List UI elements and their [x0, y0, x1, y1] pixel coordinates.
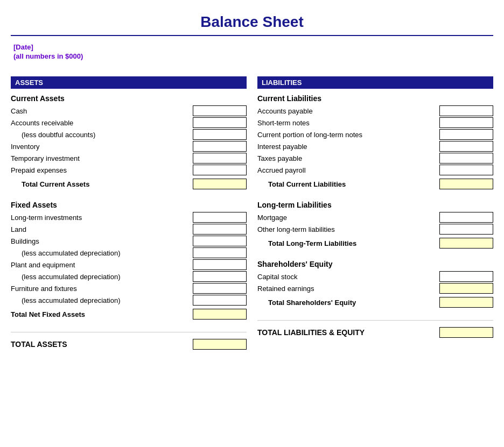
taxes-payable-input[interactable]	[439, 153, 493, 164]
land-line: Land	[11, 223, 247, 235]
total-shareholders-equity-label: Total Shareholders' Equity	[257, 299, 439, 307]
furniture-depreciation-label: (less accumulated depreciation)	[11, 296, 193, 304]
current-assets-title: Current Assets	[11, 94, 247, 103]
total-liabilities-equity-line: TOTAL LIABILITIES & EQUITY	[257, 326, 493, 339]
date-field: [Date]	[11, 40, 493, 52]
furniture-fixtures-label: Furniture and fixtures	[11, 285, 193, 293]
long-term-investments-line: Long-term investments	[11, 211, 247, 223]
total-current-liabilities-line: Total Current Liabilities	[257, 177, 493, 191]
taxes-payable-label: Taxes payable	[257, 154, 439, 162]
doubtful-accounts-line: (less doubtful accounts)	[11, 129, 247, 140]
buildings-line: Buildings	[11, 235, 247, 247]
current-portion-line: Current portion of long-term notes	[257, 129, 493, 140]
furniture-depreciation-input[interactable]	[193, 295, 247, 306]
temp-investment-input[interactable]	[193, 153, 247, 164]
prepaid-expenses-input[interactable]	[193, 165, 247, 175]
plant-equipment-line: Plant and equipment	[11, 259, 247, 271]
buildings-depreciation-line: (less accumulated depreciation)	[11, 247, 247, 259]
total-current-liabilities-input[interactable]	[439, 179, 493, 189]
shareholders-equity-title: Shareholders' Equity	[257, 260, 493, 268]
short-term-notes-input[interactable]	[439, 117, 493, 128]
buildings-depreciation-label: (less accumulated depreciation)	[11, 249, 193, 257]
other-long-term-label: Other long-term liabilities	[257, 225, 439, 233]
mortgage-input[interactable]	[439, 212, 493, 223]
interest-payable-line: Interest payable	[257, 140, 493, 152]
plant-depreciation-line: (less accumulated depreciation)	[11, 271, 247, 282]
retained-earnings-input[interactable]	[439, 283, 493, 294]
doubtful-accounts-input[interactable]	[193, 129, 247, 140]
furniture-fixtures-input[interactable]	[193, 283, 247, 294]
liabilities-column: LIABILITIES Current Liabilities Accounts…	[257, 76, 493, 351]
liabilities-header: LIABILITIES	[257, 76, 493, 89]
long-term-investments-input[interactable]	[193, 212, 247, 223]
accounts-receivable-input[interactable]	[193, 117, 247, 128]
total-fixed-assets-label: Total Net Fixed Assets	[11, 310, 193, 318]
current-portion-label: Current portion of long-term notes	[257, 131, 439, 139]
accrued-payroll-line: Accrued payroll	[257, 164, 493, 176]
fixed-assets-title: Fixed Assets	[11, 201, 247, 209]
total-fixed-assets-input[interactable]	[193, 309, 247, 320]
temp-investment-label: Temporary investment	[11, 154, 193, 162]
accounts-payable-input[interactable]	[439, 105, 493, 116]
total-assets-line: TOTAL ASSETS	[11, 338, 247, 351]
total-current-assets-input[interactable]	[193, 179, 247, 189]
total-current-assets-label: Total Current Assets	[11, 180, 193, 188]
buildings-input[interactable]	[193, 236, 247, 246]
inventory-input[interactable]	[193, 141, 247, 152]
total-current-liabilities-label: Total Current Liabilities	[257, 180, 439, 188]
doubtful-accounts-label: (less doubtful accounts)	[11, 131, 193, 139]
short-term-notes-label: Short-term notes	[257, 119, 439, 127]
accounts-payable-label: Accounts payable	[257, 107, 439, 115]
temp-investment-line: Temporary investment	[11, 152, 247, 164]
other-long-term-line: Other long-term liabilities	[257, 223, 493, 235]
total-long-term-line: Total Long-Term Liabilities	[257, 236, 493, 250]
page-title: Balance Sheet	[11, 5, 493, 36]
buildings-depreciation-input[interactable]	[193, 247, 247, 258]
retained-earnings-line: Retained earnings	[257, 282, 493, 294]
total-liabilities-equity-label: TOTAL LIABILITIES & EQUITY	[257, 328, 439, 337]
interest-payable-input[interactable]	[439, 141, 493, 152]
accounts-payable-line: Accounts payable	[257, 105, 493, 117]
furniture-fixtures-line: Furniture and fixtures	[11, 282, 247, 294]
plant-equipment-input[interactable]	[193, 259, 247, 270]
capital-stock-label: Capital stock	[257, 273, 439, 281]
long-term-investments-label: Long-term investments	[11, 214, 193, 222]
retained-earnings-label: Retained earnings	[257, 285, 439, 293]
total-shareholders-equity-line: Total Shareholders' Equity	[257, 295, 493, 309]
inventory-line: Inventory	[11, 140, 247, 152]
total-shareholders-equity-input[interactable]	[439, 297, 493, 308]
current-portion-input[interactable]	[439, 129, 493, 140]
other-long-term-input[interactable]	[439, 224, 493, 235]
mortgage-label: Mortgage	[257, 214, 439, 222]
assets-column: ASSETS Current Assets Cash Accounts rece…	[11, 76, 247, 351]
total-current-assets-line: Total Current Assets	[11, 177, 247, 191]
taxes-payable-line: Taxes payable	[257, 152, 493, 164]
cash-label: Cash	[11, 107, 193, 115]
plant-equipment-label: Plant and equipment	[11, 261, 193, 269]
land-label: Land	[11, 225, 193, 233]
total-long-term-label: Total Long-Term Liabilities	[257, 239, 439, 247]
interest-payable-label: Interest payable	[257, 143, 439, 151]
land-input[interactable]	[193, 224, 247, 235]
accrued-payroll-label: Accrued payroll	[257, 166, 439, 174]
assets-header: ASSETS	[11, 76, 247, 89]
mortgage-line: Mortgage	[257, 211, 493, 223]
cash-line: Cash	[11, 105, 247, 117]
cash-input[interactable]	[193, 105, 247, 116]
total-assets-input[interactable]	[193, 339, 247, 350]
prepaid-expenses-label: Prepaid expenses	[11, 166, 193, 174]
inventory-label: Inventory	[11, 143, 193, 151]
capital-stock-input[interactable]	[439, 271, 493, 282]
capital-stock-line: Capital stock	[257, 271, 493, 282]
accrued-payroll-input[interactable]	[439, 165, 493, 175]
total-long-term-input[interactable]	[439, 238, 493, 249]
total-fixed-assets-line: Total Net Fixed Assets	[11, 307, 247, 321]
long-term-liabilities-title: Long-term Liabilities	[257, 201, 493, 209]
plant-depreciation-label: (less accumulated depreciation)	[11, 273, 193, 281]
prepaid-expenses-line: Prepaid expenses	[11, 164, 247, 176]
plant-depreciation-input[interactable]	[193, 271, 247, 282]
total-liabilities-equity-input[interactable]	[439, 327, 493, 338]
subtitle-field: (all numbers in $000)	[11, 52, 493, 60]
current-liabilities-title: Current Liabilities	[257, 94, 493, 103]
total-assets-label: TOTAL ASSETS	[11, 340, 193, 349]
